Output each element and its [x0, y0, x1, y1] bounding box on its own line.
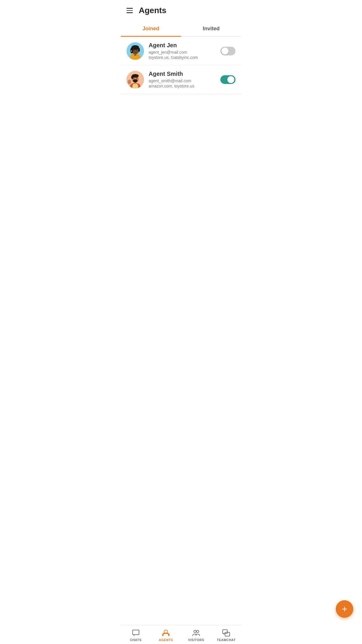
agent-list: Agent Jen agent_jen@mail.com toystore.us…: [121, 37, 241, 94]
svg-rect-22: [129, 80, 130, 83]
tab-joined[interactable]: Joined: [121, 21, 181, 36]
svg-point-20: [136, 78, 137, 79]
agent-smith-domains: amazon.com, toystore.us: [149, 84, 220, 88]
svg-point-18: [134, 81, 137, 83]
agent-jen-name: Agent Jen: [149, 42, 220, 49]
svg-point-7: [133, 50, 134, 51]
svg-point-6: [138, 48, 140, 52]
avatar-smith: [126, 71, 144, 88]
agent-item-jen: Agent Jen agent_jen@mail.com toystore.us…: [121, 37, 241, 65]
menu-button[interactable]: [126, 8, 133, 13]
svg-point-9: [131, 50, 132, 52]
agent-item-smith: Agent Smith agent_smith@mail.com amazon.…: [121, 65, 241, 94]
tab-invited[interactable]: Invited: [181, 21, 241, 36]
page-title: Agents: [139, 6, 166, 15]
svg-point-8: [136, 50, 137, 51]
svg-point-5: [130, 48, 133, 53]
header: Agents: [121, 0, 241, 18]
avatar-jen: [126, 42, 144, 60]
agent-jen-info: Agent Jen agent_jen@mail.com toystore.us…: [149, 42, 220, 60]
agent-jen-toggle[interactable]: [220, 47, 236, 55]
tabs-container: Joined Invited: [121, 21, 241, 37]
svg-point-19: [133, 78, 134, 79]
agent-jen-domains: toystore.us, Gatsbyinc.com: [149, 55, 220, 60]
agent-smith-email: agent_smith@mail.com: [149, 78, 220, 83]
agent-smith-toggle[interactable]: [220, 75, 236, 84]
agent-jen-email: agent_jen@mail.com: [149, 50, 220, 55]
agent-smith-info: Agent Smith agent_smith@mail.com amazon.…: [149, 71, 220, 88]
agent-smith-name: Agent Smith: [149, 71, 220, 77]
